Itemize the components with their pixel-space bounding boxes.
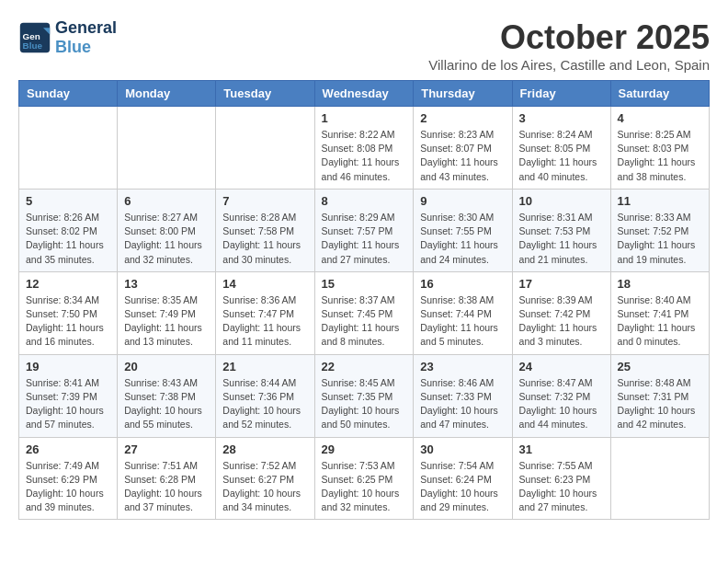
calendar-day-cell: 29Sunrise: 7:53 AM Sunset: 6:25 PM Dayli… (314, 437, 414, 520)
day-number: 24 (519, 360, 604, 373)
day-number: 7 (222, 194, 307, 208)
calendar-week-row: 12Sunrise: 8:34 AM Sunset: 7:50 PM Dayli… (19, 271, 710, 354)
day-number: 29 (322, 442, 407, 456)
day-of-week-header: Wednesday (314, 81, 414, 107)
day-info: Sunrise: 8:37 AM Sunset: 7:45 PM Dayligh… (322, 293, 407, 350)
calendar-day-cell: 25Sunrise: 8:48 AM Sunset: 7:31 PM Dayli… (610, 354, 709, 437)
calendar-day-cell: 11Sunrise: 8:33 AM Sunset: 7:52 PM Dayli… (610, 189, 709, 271)
day-number: 12 (26, 277, 110, 291)
calendar-day-cell: 3Sunrise: 8:24 AM Sunset: 8:05 PM Daylig… (512, 107, 610, 190)
calendar-day-cell: 20Sunrise: 8:43 AM Sunset: 7:38 PM Dayli… (118, 354, 216, 437)
calendar-day-cell: 15Sunrise: 8:37 AM Sunset: 7:45 PM Dayli… (314, 271, 414, 354)
calendar-day-cell: 31Sunrise: 7:55 AM Sunset: 6:23 PM Dayli… (512, 437, 610, 520)
day-info: Sunrise: 7:53 AM Sunset: 6:25 PM Dayligh… (322, 459, 407, 515)
day-number: 25 (618, 360, 702, 373)
day-info: Sunrise: 8:23 AM Sunset: 8:07 PM Dayligh… (420, 128, 505, 184)
calendar-week-row: 1Sunrise: 8:22 AM Sunset: 8:08 PM Daylig… (19, 107, 710, 190)
calendar-day-cell: 23Sunrise: 8:46 AM Sunset: 7:33 PM Dayli… (414, 354, 512, 437)
calendar-day-cell: 17Sunrise: 8:39 AM Sunset: 7:42 PM Dayli… (512, 271, 610, 354)
calendar-day-cell: 27Sunrise: 7:51 AM Sunset: 6:28 PM Dayli… (118, 437, 216, 520)
page-header: Gen Blue General Blue October 2025 Villa… (18, 18, 710, 73)
logo-general-text: General (55, 18, 117, 37)
day-number: 22 (322, 360, 407, 373)
calendar-day-cell: 6Sunrise: 8:27 AM Sunset: 8:00 PM Daylig… (118, 189, 216, 271)
day-info: Sunrise: 8:40 AM Sunset: 7:41 PM Dayligh… (618, 293, 702, 350)
day-of-week-header: Monday (118, 81, 216, 107)
day-info: Sunrise: 8:35 AM Sunset: 7:49 PM Dayligh… (124, 293, 209, 350)
day-info: Sunrise: 8:46 AM Sunset: 7:33 PM Dayligh… (420, 376, 505, 432)
calendar-day-cell: 9Sunrise: 8:30 AM Sunset: 7:55 PM Daylig… (414, 189, 512, 271)
calendar-day-cell (216, 107, 314, 190)
day-number: 11 (618, 194, 702, 208)
day-info: Sunrise: 8:22 AM Sunset: 8:08 PM Dayligh… (322, 128, 407, 184)
day-of-week-header: Tuesday (216, 81, 314, 107)
calendar-day-cell: 24Sunrise: 8:47 AM Sunset: 7:32 PM Dayli… (512, 354, 610, 437)
calendar-day-cell: 10Sunrise: 8:31 AM Sunset: 7:53 PM Dayli… (512, 189, 610, 271)
day-info: Sunrise: 7:51 AM Sunset: 6:28 PM Dayligh… (124, 459, 209, 515)
day-number: 27 (124, 442, 209, 456)
calendar-day-cell: 4Sunrise: 8:25 AM Sunset: 8:03 PM Daylig… (610, 107, 709, 190)
day-number: 30 (420, 442, 505, 456)
location-subtitle: Villarino de los Aires, Castille and Leo… (428, 57, 710, 73)
title-block: October 2025 Villarino de los Aires, Cas… (428, 18, 710, 73)
day-info: Sunrise: 8:48 AM Sunset: 7:31 PM Dayligh… (618, 376, 702, 432)
day-info: Sunrise: 8:31 AM Sunset: 7:53 PM Dayligh… (519, 211, 604, 267)
calendar-day-cell (610, 437, 709, 520)
day-number: 19 (26, 360, 110, 373)
day-of-week-header: Sunday (19, 81, 118, 107)
calendar-day-cell: 19Sunrise: 8:41 AM Sunset: 7:39 PM Dayli… (19, 354, 118, 437)
calendar-day-cell: 14Sunrise: 8:36 AM Sunset: 7:47 PM Dayli… (216, 271, 314, 354)
month-title: October 2025 (428, 18, 710, 57)
day-number: 4 (618, 111, 702, 125)
day-info: Sunrise: 8:34 AM Sunset: 7:50 PM Dayligh… (26, 293, 110, 350)
calendar-day-cell: 12Sunrise: 8:34 AM Sunset: 7:50 PM Dayli… (19, 271, 118, 354)
day-number: 23 (420, 360, 505, 373)
calendar-day-cell (118, 107, 216, 190)
day-info: Sunrise: 7:55 AM Sunset: 6:23 PM Dayligh… (519, 459, 604, 515)
calendar-day-cell: 2Sunrise: 8:23 AM Sunset: 8:07 PM Daylig… (414, 107, 512, 190)
day-number: 20 (124, 360, 209, 373)
day-info: Sunrise: 8:43 AM Sunset: 7:38 PM Dayligh… (124, 376, 209, 432)
day-info: Sunrise: 8:33 AM Sunset: 7:52 PM Dayligh… (618, 211, 702, 267)
day-info: Sunrise: 8:39 AM Sunset: 7:42 PM Dayligh… (519, 293, 604, 350)
calendar-day-cell: 26Sunrise: 7:49 AM Sunset: 6:29 PM Dayli… (19, 437, 118, 520)
day-number: 10 (519, 194, 604, 208)
day-number: 9 (420, 194, 505, 208)
day-info: Sunrise: 8:29 AM Sunset: 7:57 PM Dayligh… (322, 211, 407, 267)
calendar-day-cell: 21Sunrise: 8:44 AM Sunset: 7:36 PM Dayli… (216, 354, 314, 437)
day-number: 13 (124, 277, 209, 291)
logo-blue-text: Blue (55, 38, 91, 56)
day-info: Sunrise: 7:52 AM Sunset: 6:27 PM Dayligh… (222, 459, 307, 515)
day-number: 3 (519, 111, 604, 125)
day-info: Sunrise: 8:30 AM Sunset: 7:55 PM Dayligh… (420, 211, 505, 267)
day-info: Sunrise: 8:45 AM Sunset: 7:35 PM Dayligh… (322, 376, 407, 432)
day-number: 21 (222, 360, 307, 373)
day-number: 1 (322, 111, 407, 125)
day-info: Sunrise: 8:44 AM Sunset: 7:36 PM Dayligh… (222, 376, 307, 432)
day-info: Sunrise: 8:26 AM Sunset: 8:02 PM Dayligh… (26, 211, 110, 267)
calendar-day-cell: 28Sunrise: 7:52 AM Sunset: 6:27 PM Dayli… (216, 437, 314, 520)
day-number: 5 (26, 194, 110, 208)
calendar-day-cell: 13Sunrise: 8:35 AM Sunset: 7:49 PM Dayli… (118, 271, 216, 354)
calendar-week-row: 26Sunrise: 7:49 AM Sunset: 6:29 PM Dayli… (19, 437, 710, 520)
day-number: 26 (26, 442, 110, 456)
day-info: Sunrise: 8:27 AM Sunset: 8:00 PM Dayligh… (124, 211, 209, 267)
calendar-day-cell: 8Sunrise: 8:29 AM Sunset: 7:57 PM Daylig… (314, 189, 414, 271)
day-number: 14 (222, 277, 307, 291)
day-of-week-header: Thursday (414, 81, 512, 107)
calendar-week-row: 19Sunrise: 8:41 AM Sunset: 7:39 PM Dayli… (19, 354, 710, 437)
calendar-day-cell: 18Sunrise: 8:40 AM Sunset: 7:41 PM Dayli… (610, 271, 709, 354)
day-info: Sunrise: 8:41 AM Sunset: 7:39 PM Dayligh… (26, 376, 110, 432)
calendar-week-row: 5Sunrise: 8:26 AM Sunset: 8:02 PM Daylig… (19, 189, 710, 271)
calendar-table: SundayMondayTuesdayWednesdayThursdayFrid… (18, 80, 710, 520)
day-number: 16 (420, 277, 505, 291)
day-number: 18 (618, 277, 702, 291)
day-number: 17 (519, 277, 604, 291)
calendar-header-row: SundayMondayTuesdayWednesdayThursdayFrid… (19, 81, 710, 107)
day-of-week-header: Saturday (610, 81, 709, 107)
day-number: 15 (322, 277, 407, 291)
day-number: 28 (222, 442, 307, 456)
calendar-day-cell: 7Sunrise: 8:28 AM Sunset: 7:58 PM Daylig… (216, 189, 314, 271)
day-info: Sunrise: 8:38 AM Sunset: 7:44 PM Dayligh… (420, 293, 505, 350)
day-number: 2 (420, 111, 505, 125)
